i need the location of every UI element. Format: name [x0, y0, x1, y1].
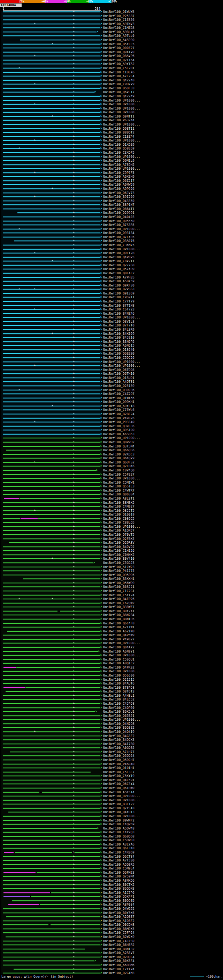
alignment-segment [3, 514, 100, 515]
direction-arrow-icon: > [100, 199, 102, 202]
hit-label: UniRef100_B4I7B0 [103, 742, 135, 746]
query-gap-triangle-icon [73, 915, 75, 917]
direction-arrow-icon: > [100, 758, 102, 761]
query-gap-triangle-icon [73, 956, 75, 957]
query-gap-triangle-icon [73, 718, 75, 720]
hit-label: UniRef100_Q1W456 [103, 396, 135, 400]
query-gap-triangle-icon [73, 738, 75, 740]
direction-arrow-icon: > [100, 782, 102, 785]
query-gap-triangle-icon [73, 501, 75, 503]
alignment-segment [3, 840, 100, 841]
direction-arrow-icon: > [100, 955, 102, 958]
alignment-segment [16, 667, 100, 668]
alignment-segment [3, 639, 100, 640]
query-gap-triangle-icon [73, 340, 75, 342]
direction-arrow-icon: > [100, 195, 102, 198]
query-gap-triangle-icon [73, 823, 75, 824]
hit-label: UniRef100_B8MBK5 [103, 501, 135, 504]
hit-label: UniRef100_Q5DCH7 [103, 758, 135, 762]
hit-label: UniRef100_C8V4Q0 [103, 469, 135, 472]
query-gap-triangle-icon [73, 654, 75, 655]
direction-arrow-icon: > [100, 963, 102, 966]
alignment-segment [3, 740, 100, 740]
alignment-segment [3, 317, 100, 318]
direction-arrow-icon: > [100, 461, 102, 464]
alignment-segment [3, 518, 20, 519]
hit-label: UniRef100_C5L3E7 [103, 770, 135, 774]
direction-arrow-icon: > [100, 786, 102, 789]
hit-label: UniRef100_C4Y9Q3 [103, 830, 135, 834]
query-gap-triangle-icon [73, 30, 75, 32]
direction-arrow-icon: > [97, 827, 99, 830]
hit-label: UniRef100_A6N615 [103, 344, 135, 347]
query-gap-triangle-icon [51, 115, 53, 116]
hit-label: UniRef100_A8Q1C2 [103, 662, 135, 665]
alignment-segment [3, 434, 100, 434]
alignment-segment [3, 92, 95, 92]
alignment-segment [3, 393, 100, 394]
direction-arrow-icon: > [100, 14, 102, 18]
query-gap-triangle-icon [73, 538, 75, 539]
hit-label: UniRef100_Q70VT5 [103, 533, 135, 536]
query-gap-triangle-icon [73, 835, 75, 837]
query-gap-triangle-icon [73, 493, 75, 494]
direction-arrow-icon: > [100, 284, 102, 287]
direction-arrow-icon: > [100, 846, 102, 850]
hit-label: UniRef100_B7F7T0 [103, 324, 135, 327]
direction-arrow-icon: > [100, 967, 102, 970]
query-gap-triangle-icon [73, 754, 75, 756]
alignment-segment [3, 965, 100, 966]
hit-label: UniRef100_P49026 [103, 417, 135, 420]
hit-label: UniRef100_Q8LAF2 [103, 272, 135, 275]
alignment-segment [3, 808, 100, 808]
query-gap-triangle-icon [73, 859, 75, 861]
query-gap-triangle-icon [73, 614, 75, 615]
query-gap-triangle-icon [73, 795, 75, 796]
query-gap-triangle-icon [73, 244, 75, 245]
alignment-segment [3, 128, 100, 129]
direction-arrow-icon: > [100, 609, 102, 612]
alignment-segment [3, 724, 100, 724]
alignment-segment [3, 208, 100, 209]
alignment-segment [3, 555, 100, 555]
direction-arrow-icon: > [100, 521, 102, 524]
direction-arrow-icon: > [100, 746, 102, 749]
direction-arrow-icon: > [100, 907, 102, 910]
alignment-segment [3, 337, 100, 338]
alignment-segment [3, 804, 100, 805]
hit-label: UniRef100_C5DWL0 [103, 838, 135, 842]
alignment-segment [3, 96, 100, 97]
direction-arrow-icon: > [100, 388, 102, 391]
direction-arrow-icon: > [100, 513, 102, 516]
hit-label: UniRef100_C1MZG8 [103, 26, 135, 30]
direction-arrow-icon: > [100, 453, 102, 456]
direction-arrow-icon: > [100, 915, 102, 918]
alignment-segment [4, 498, 19, 499]
query-gap-triangle-icon [73, 372, 75, 374]
query-gap-triangle-icon [73, 726, 75, 728]
alignment-segment [3, 619, 100, 619]
direction-arrow-icon: > [100, 51, 102, 54]
query-gap-triangle-icon [73, 38, 75, 40]
hit-label: UniRef100_UP1000... [103, 111, 140, 114]
query-gap-triangle-icon [34, 288, 35, 289]
hit-label: UniRef100_Q4P8V5 [103, 256, 135, 259]
direction-arrow-icon: > [100, 919, 102, 922]
hit-label: UniRef100_B6QDN3 [103, 887, 135, 890]
hit-label: UniRef100_B2W2X9 [103, 935, 135, 939]
direction-arrow-icon: > [100, 215, 102, 218]
alignment-segment [3, 566, 100, 567]
alignment-segment [3, 860, 100, 861]
hit-label: UniRef100_C4Z2Q7 [103, 392, 135, 396]
query-gap-triangle-icon [73, 682, 75, 684]
direction-arrow-icon: > [100, 42, 102, 46]
alignment-segment [3, 345, 100, 346]
query-gap-triangle-icon [73, 312, 75, 313]
query-gap-triangle-icon [73, 622, 75, 623]
direction-arrow-icon: > [100, 95, 102, 98]
direction-arrow-icon: > [100, 585, 102, 588]
direction-arrow-icon: > [100, 220, 102, 223]
alignment-segment [3, 442, 100, 442]
alignment-segment [3, 466, 100, 466]
hit-label: UniRef100_B7FXR5 [103, 235, 135, 239]
